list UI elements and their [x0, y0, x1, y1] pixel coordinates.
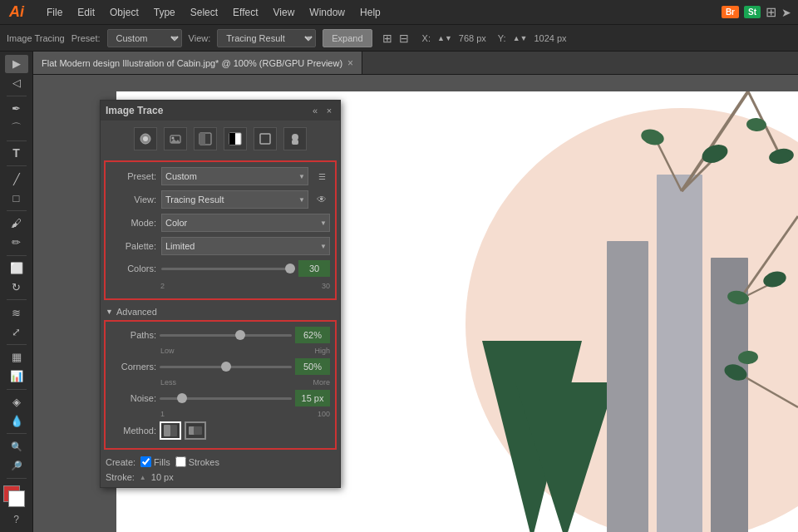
pencil-tool[interactable]: ✏: [5, 234, 28, 252]
view-dropdown-wrap: Tracing Result ▼: [161, 190, 308, 209]
tool-separator-9: [7, 433, 27, 434]
workspace-grid-icon[interactable]: ⊞: [766, 4, 776, 20]
x-label: X:: [422, 33, 431, 43]
panel-close-btn[interactable]: ×: [323, 105, 335, 116]
question-tool[interactable]: ?: [5, 510, 28, 529]
paths-label: Paths:: [111, 330, 156, 340]
method-buttons: [160, 421, 206, 440]
tool-separator-3: [7, 165, 27, 166]
tool-separator-10: [7, 478, 27, 479]
graph-tool[interactable]: ▦: [5, 348, 28, 367]
menu-items: File Edit Object Type Select Effect View…: [40, 3, 387, 22]
method-overlapping-btn[interactable]: [185, 421, 206, 440]
palette-dropdown[interactable]: Limited Full Tone Automatic: [161, 237, 330, 255]
paths-slider[interactable]: [160, 334, 292, 337]
menu-object[interactable]: Object: [103, 3, 145, 22]
menu-help[interactable]: Help: [353, 3, 387, 22]
menu-edit[interactable]: Edit: [71, 3, 101, 22]
view-row-label: View:: [111, 195, 156, 204]
eraser-tool[interactable]: ⬜: [5, 259, 28, 277]
method-label: Method:: [111, 426, 156, 436]
paintbrush-tool[interactable]: 🖌: [5, 214, 28, 233]
mode-dropdown[interactable]: Color Grayscale Black and White: [161, 214, 330, 232]
corners-label: Corners:: [111, 362, 156, 372]
corners-slider[interactable]: [160, 366, 292, 368]
colors-value-box: 30: [298, 260, 330, 277]
view-row: View: Tracing Result ▼ 👁: [111, 190, 330, 209]
svg-rect-35: [170, 425, 177, 436]
document-tab[interactable]: Flat Modern design Illustration of Cabin…: [33, 52, 362, 74]
scale-tool[interactable]: ⤢: [5, 323, 28, 341]
fg-color-swatch[interactable]: [8, 490, 25, 507]
view-eye-button[interactable]: 👁: [313, 191, 330, 208]
fills-label: Fills: [154, 457, 170, 467]
panel-collapse-btn[interactable]: «: [309, 105, 321, 116]
curvature-tool[interactable]: ⌒: [5, 119, 28, 137]
paths-min-label: Low: [160, 347, 175, 355]
stock-icon-btn[interactable]: St: [744, 6, 761, 18]
x-icon: ▲▼: [437, 34, 452, 42]
direct-select-tool[interactable]: ◁: [5, 74, 28, 92]
fills-checkbox[interactable]: [140, 456, 151, 467]
type-tool[interactable]: T: [5, 144, 28, 162]
menu-file[interactable]: File: [40, 3, 69, 22]
view-select[interactable]: Tracing Result: [217, 29, 316, 47]
rotate-tool[interactable]: ↻: [5, 278, 28, 296]
advanced-header[interactable]: ▼ Advanced: [101, 303, 340, 320]
gradient-tool[interactable]: ◈: [5, 393, 28, 411]
view-dropdown[interactable]: Tracing Result: [161, 190, 308, 209]
zoom-tool[interactable]: 🔍: [5, 437, 28, 456]
menu-select[interactable]: Select: [184, 3, 224, 22]
preset-icon-grayscale[interactable]: [194, 127, 217, 150]
bar-chart-tool[interactable]: 📊: [5, 367, 28, 386]
noise-max-label: 100: [318, 410, 330, 418]
view-options-label: View:: [189, 33, 211, 43]
panel-titlebar[interactable]: Image Trace « ×: [101, 101, 340, 121]
colors-slider-row: 30: [161, 260, 330, 277]
preset-icon-outline[interactable]: [254, 127, 277, 150]
bridge-icon-btn[interactable]: Br: [722, 6, 739, 18]
stroke-up-icon[interactable]: ▲: [140, 474, 146, 481]
paths-row: Paths: 62%: [111, 327, 330, 343]
noise-slider[interactable]: [160, 397, 292, 400]
select-tool[interactable]: ▶: [5, 55, 28, 73]
preset-icon-photo[interactable]: [164, 127, 187, 150]
menu-effect[interactable]: Effect: [226, 3, 264, 22]
options-bar: Image Tracing Preset: Custom ▼ View: Tra…: [0, 25, 798, 52]
preset-menu-button[interactable]: ☰: [313, 168, 330, 185]
eyedropper-tool[interactable]: 💧: [5, 412, 28, 431]
noise-value-box: 15 px: [295, 390, 330, 406]
menu-type[interactable]: Type: [147, 3, 182, 22]
warp-tool[interactable]: ≋: [5, 303, 28, 322]
svg-rect-4: [607, 241, 648, 532]
colors-slider[interactable]: [161, 268, 295, 270]
preset-select[interactable]: Custom: [107, 29, 182, 47]
panel-preset-icons: [101, 121, 340, 157]
menu-view[interactable]: View: [267, 3, 302, 22]
pen-tool[interactable]: ✒: [5, 100, 28, 118]
menu-window[interactable]: Window: [303, 3, 352, 22]
advanced-label: Advanced: [116, 307, 157, 317]
fills-checkbox-label[interactable]: Fills: [140, 456, 170, 467]
pan-tool[interactable]: 🔎: [5, 456, 28, 475]
mode-dropdown-wrap: Color Grayscale Black and White ▼: [161, 214, 330, 232]
x-value: 768 px: [459, 33, 486, 43]
preset-icon-bw[interactable]: [224, 127, 247, 150]
rectangle-tool[interactable]: □: [5, 189, 28, 207]
preset-icon-auto[interactable]: [134, 127, 157, 150]
canvas-area[interactable]: Image Trace « ×: [33, 75, 798, 532]
strokes-checkbox-label[interactable]: Strokes: [175, 456, 219, 467]
method-abutting-btn[interactable]: [160, 421, 181, 440]
grid-icon: ⊟: [399, 32, 409, 45]
menu-right: Br St ⊞ ➤: [722, 4, 795, 20]
preset-row: Preset: Custom ▼ ☰: [111, 167, 330, 185]
send-icon[interactable]: ➤: [781, 6, 791, 19]
preset-dropdown[interactable]: Custom: [161, 167, 308, 185]
image-tracing-label: Image Tracing: [7, 33, 65, 43]
line-tool[interactable]: ╱: [5, 170, 28, 188]
strokes-checkbox[interactable]: [175, 456, 186, 467]
preset-icon-silhouette[interactable]: [283, 127, 307, 150]
mode-row: Mode: Color Grayscale Black and White ▼: [111, 214, 330, 232]
expand-button[interactable]: Expand: [323, 29, 372, 47]
tab-close-button[interactable]: ×: [347, 57, 353, 69]
